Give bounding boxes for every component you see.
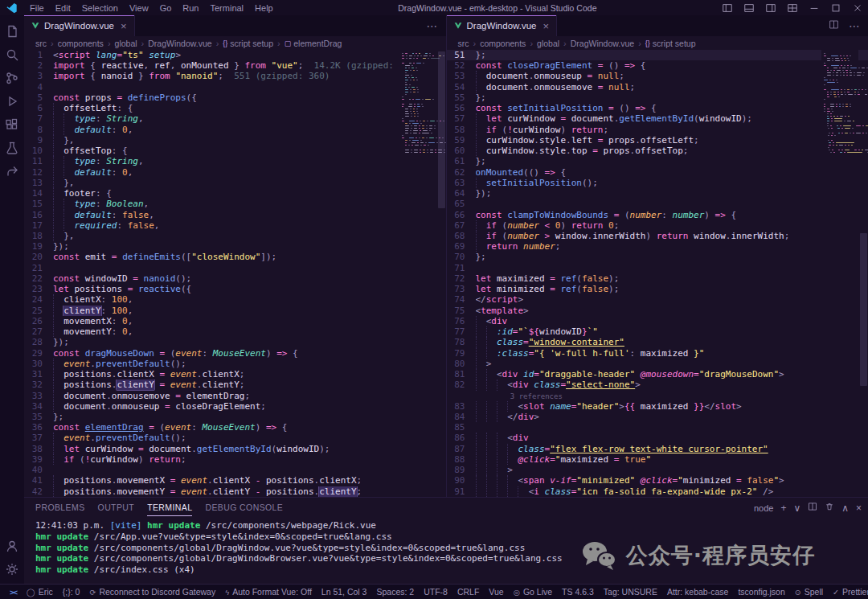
line-number[interactable]: 71 [447, 263, 476, 273]
code-line[interactable]: 21 [24, 263, 446, 273]
line-number[interactable]: 59 [447, 135, 476, 146]
code-line[interactable]: 11 type: String, [24, 156, 446, 166]
code-line[interactable]: 83 <slot name="header">{{ maximized }}</… [447, 401, 868, 412]
encoding[interactable]: UTF-8 [419, 585, 452, 599]
line-number[interactable]: 25 [24, 306, 53, 316]
code-line[interactable]: 42 positions.movementY = event.clientY -… [24, 486, 446, 497]
code-line[interactable]: 90 <span v-if="minimized" @click="minimi… [447, 475, 868, 486]
line-number[interactable]: 8 [24, 125, 53, 135]
line-number[interactable]: 13 [24, 178, 53, 188]
line-number[interactable]: 66 [447, 210, 476, 220]
codelens[interactable]: 3 references [447, 391, 868, 401]
line-number[interactable]: 52 [447, 60, 476, 71]
line-number[interactable]: 15 [24, 199, 53, 209]
new-terminal-icon[interactable]: + [780, 503, 786, 514]
code-line[interactable]: 59 curWindow.style.left = props.offsetLe… [447, 135, 868, 146]
code-line[interactable]: 13 }, [24, 178, 446, 188]
code-line[interactable]: 78 class="window-container" [447, 337, 868, 347]
code-line[interactable]: 24 clientX: 100, [24, 294, 446, 305]
code-line[interactable]: 61}; [447, 156, 868, 166]
code-line[interactable]: 8 default: 0, [24, 125, 446, 135]
code-line[interactable]: 53 document.onmouseup = null; [447, 71, 868, 81]
line-number[interactable]: 12 [24, 167, 53, 178]
line-number[interactable]: 21 [24, 263, 53, 273]
code-line[interactable]: 4 [24, 82, 446, 92]
line-number[interactable]: 5 [24, 92, 53, 103]
line-number[interactable]: 74 [447, 294, 476, 305]
discord-status[interactable]: ⟳Reconnect to Discord Gateway [84, 585, 220, 599]
auto-format[interactable]: ϟAuto Format Vue: Off [220, 585, 317, 599]
more-actions-icon[interactable]: ⋯ [427, 19, 438, 32]
code-line[interactable]: 56const setInitialPosition = () => { [447, 103, 868, 113]
line-number[interactable]: 84 [447, 412, 476, 422]
code-line[interactable]: 52const closeDragElement = () => { [447, 60, 868, 71]
code-line[interactable]: 41 positions.movementX = event.clientX -… [24, 475, 446, 486]
line-number[interactable]: 19 [24, 241, 53, 252]
line-number[interactable]: 23 [24, 284, 53, 294]
line-number[interactable]: 42 [24, 486, 53, 497]
settings-gear-icon[interactable] [0, 557, 24, 581]
tsconfig[interactable]: tsconfig.json [733, 585, 789, 599]
maximize-panel-icon[interactable]: ∧ [841, 503, 849, 514]
line-number[interactable]: 77 [447, 326, 476, 337]
code-line[interactable]: 51}; [447, 50, 868, 60]
code-line[interactable]: 80 > [447, 359, 868, 369]
code-line[interactable]: 39 if (!curWindow) return; [24, 454, 446, 465]
code-line[interactable]: 79 :class="{ 'w-full h-full': maximized … [447, 348, 868, 359]
code-line[interactable]: 72let maximized = ref(false); [447, 273, 868, 284]
code-line[interactable]: 63 setInitialPosition(); [447, 178, 868, 188]
code-line[interactable]: 86 <div [447, 433, 868, 443]
breadcrumb-item[interactable]: {}script setup [645, 39, 696, 48]
line-number[interactable]: 31 [24, 369, 53, 380]
panel-tab-debug-console[interactable]: DEBUG CONSOLE [205, 499, 283, 516]
code-line[interactable]: 26 movementX: 0, [24, 316, 446, 326]
line-number[interactable]: 89 [447, 465, 476, 475]
search-icon[interactable] [0, 43, 24, 66]
line-number[interactable]: 57 [447, 113, 476, 124]
line-number[interactable]: 61 [447, 156, 476, 166]
breadcrumb-item[interactable]: global [537, 39, 559, 48]
line-number[interactable]: 60 [447, 146, 476, 156]
line-number[interactable]: 51 [447, 50, 476, 60]
spell[interactable]: ⊙Spell [790, 585, 828, 599]
menu-selection[interactable]: Selection [76, 3, 124, 13]
line-number[interactable]: 32 [24, 380, 53, 390]
code-line[interactable]: 82 <div class="select-none"> [447, 380, 868, 390]
cursor-position[interactable]: Ln 51, Col 3 [317, 585, 372, 599]
code-line[interactable]: 23let positions = reactive({ [24, 284, 446, 294]
run-debug-icon[interactable] [0, 89, 24, 113]
line-number[interactable]: 53 [447, 71, 476, 81]
breadcrumb-item[interactable]: components [480, 39, 526, 48]
terminal-shell-label[interactable]: node [754, 503, 773, 513]
split-editor-icon[interactable] [829, 19, 839, 32]
code-area[interactable]: 51};52const closeDragElement = () => {53… [447, 50, 868, 497]
code-line[interactable]: 34 document.onmouseup = closeDragElement… [24, 401, 446, 412]
code-line[interactable]: 55}; [447, 92, 868, 103]
line-number[interactable]: 6 [24, 103, 53, 113]
menu-file[interactable]: File [24, 3, 50, 13]
code-line[interactable]: 85 [447, 422, 868, 433]
code-line[interactable]: 64}); [447, 188, 868, 199]
code-line[interactable]: 68 if (number > window.innerWidth) retur… [447, 231, 868, 241]
menu-terminal[interactable]: Terminal [205, 3, 250, 13]
line-number[interactable]: 65 [447, 199, 476, 209]
code-line[interactable]: 28}); [24, 337, 446, 347]
line-number[interactable]: 91 [447, 486, 476, 497]
line-number[interactable]: 39 [24, 454, 53, 465]
code-line[interactable]: 33 document.onmousemove = elementDrag; [24, 391, 446, 401]
editor-right[interactable]: 51};52const closeDragElement = () => {53… [447, 50, 868, 497]
line-number[interactable]: 81 [447, 369, 476, 380]
line-number[interactable]: 16 [24, 210, 53, 220]
code-line[interactable]: 69 return number; [447, 241, 868, 252]
line-number[interactable]: 87 [447, 444, 476, 454]
code-line[interactable]: 12 default: 0, [24, 167, 446, 178]
code-line[interactable]: 35}; [24, 412, 446, 422]
line-number[interactable]: 41 [24, 475, 53, 486]
customize-layout-icon[interactable] [781, 0, 803, 15]
menu-help[interactable]: Help [249, 3, 279, 13]
line-number[interactable]: 68 [447, 231, 476, 241]
extensions-icon[interactable] [0, 113, 24, 136]
line-number[interactable]: 4 [24, 82, 53, 92]
code-line[interactable]: 25 clientY: 100, [24, 306, 446, 316]
code-line[interactable]: 58 if (!curWindow) return; [447, 125, 868, 135]
